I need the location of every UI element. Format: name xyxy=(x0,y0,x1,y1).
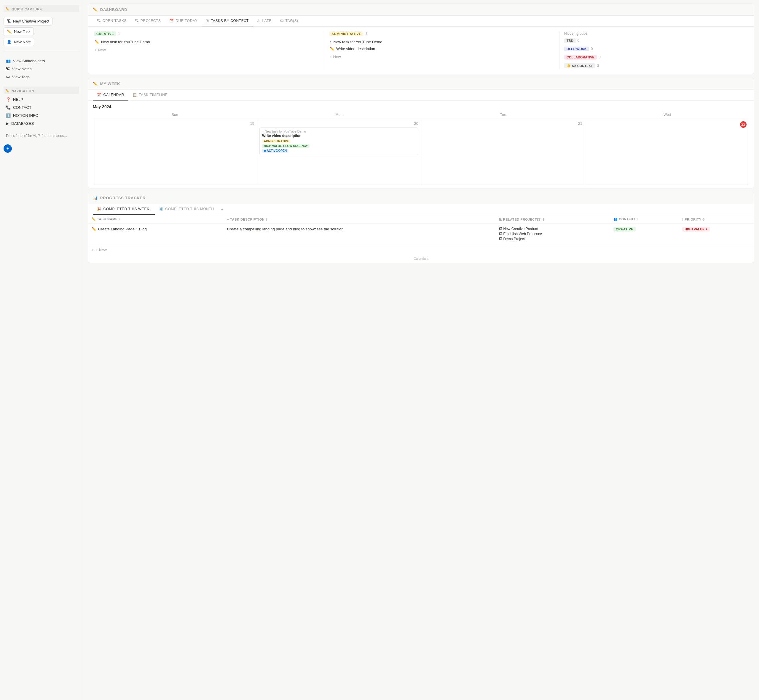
task-timeline-icon: 📋 xyxy=(133,93,137,97)
cal-event-main-title: Write video description xyxy=(262,134,416,138)
add-tab-btn[interactable]: + xyxy=(218,204,226,215)
cal-cell-22: 22 xyxy=(585,119,749,184)
new-creative-project-button[interactable]: 🏗 New Creative Project xyxy=(3,17,53,25)
contact-link[interactable]: 📞 CONTACT xyxy=(3,104,79,111)
dashboard-panel: ✏️ DASHBOARD 🏗 OPEN TASKS 🏗 PROJECTS 📅 D… xyxy=(88,3,754,74)
view-tags-link[interactable]: 🏷 View Tags xyxy=(3,73,79,81)
cal-header-sun: Sun xyxy=(93,112,257,117)
help-link[interactable]: ❓ HELP xyxy=(3,96,79,103)
related-project-0-icon: 🏗 xyxy=(498,227,502,231)
ai-button[interactable]: ✦ xyxy=(3,144,12,153)
priority-info-icon: G xyxy=(702,218,705,221)
calendar-icon: 📅 xyxy=(97,93,102,97)
calendar-body-row: 19 20 ↑ New task for YouTube Demo Write … xyxy=(93,119,749,184)
task-name-header-icon: ✏️ xyxy=(92,217,96,221)
cell-task-name: ✏️ Create Landing Page + Blog xyxy=(88,224,223,245)
creative-col-header: CREATIVE 1 xyxy=(94,31,319,36)
cell-related-projects: 🏗 New Creative Product 🏗 Establish Web P… xyxy=(495,224,610,245)
tasks-by-context-icon: ⊞ xyxy=(206,19,209,23)
view-notes-link[interactable]: 🏗 View Notes xyxy=(3,65,79,73)
cell-context: CREATIVE xyxy=(610,224,679,245)
tbd-badge: TBD xyxy=(564,38,576,43)
th-priority: ! PRIORITY G xyxy=(679,215,754,224)
tab-due-today[interactable]: 📅 DUE TODAY xyxy=(165,16,202,27)
tab-tasks-by-context[interactable]: ⊞ TASKS BY CONTEXT xyxy=(201,16,253,27)
navigation-header: ✏️ NAVIGATION xyxy=(3,87,79,94)
deep-work-count: 0 xyxy=(591,47,593,51)
task-description-info-icon: ℹ xyxy=(265,218,267,221)
table-row[interactable]: ✏️ Create Landing Page + Blog Create a c… xyxy=(88,224,754,245)
command-input[interactable] xyxy=(3,132,79,140)
hidden-group-collaborative: COLLABORATIVE 0 xyxy=(564,54,745,61)
administrative-new-btn[interactable]: + New xyxy=(329,53,554,60)
dashboard-icon: ✏️ xyxy=(93,8,98,12)
notion-info-icon: ℹ️ xyxy=(6,113,11,118)
progress-tracker-icon: 📊 xyxy=(93,196,98,200)
admin-task-0-icon: ↑ xyxy=(330,40,332,44)
related-project-1: 🏗 Establish Web Presence xyxy=(498,232,606,236)
cal-date-19: 19 xyxy=(95,121,255,126)
navigation-section: ✏️ NAVIGATION ❓ HELP 📞 CONTACT ℹ️ NOTION… xyxy=(3,87,79,127)
task-name-icon: ✏️ xyxy=(92,227,96,231)
progress-tracker-tabs: 🎉 COMPLETED THIS WEEK! ⚙️ COMPLETED THIS… xyxy=(88,204,754,215)
tbd-count: 0 xyxy=(578,39,579,43)
progress-table-head: ✏️ TASK NAME ℹ ≡ TASK DESCRIPTION ℹ 🏗 RE… xyxy=(88,215,754,224)
tab-projects[interactable]: 🏗 PROJECTS xyxy=(131,16,165,27)
tab-tags[interactable]: 🏷 TAG(S) xyxy=(276,16,302,27)
tab-late[interactable]: ⚠ LATE xyxy=(253,16,276,27)
cal-event-tags: ADMINISTRATIVE HIGH VALUE + LOW URGENCY … xyxy=(262,139,416,153)
creative-new-btn[interactable]: + New xyxy=(94,47,319,53)
tab-completed-month[interactable]: ⚙️ COMPLETED THIS MONTH xyxy=(155,204,218,215)
no-context-count: 0 xyxy=(597,64,599,68)
related-project-2-icon: 🏗 xyxy=(498,237,502,241)
notion-info-link[interactable]: ℹ️ NOTION INFO xyxy=(3,112,79,119)
tab-task-timeline[interactable]: 📋 TASK TIMELINE xyxy=(128,90,172,100)
administrative-context-col: ADMINISTRATIVE 1 ↑ New task for YouTube … xyxy=(324,31,559,69)
main-content: ✏️ DASHBOARD 🏗 OPEN TASKS 🏗 PROJECTS 📅 D… xyxy=(83,0,759,700)
my-week-header: ✏️ MY WEEK xyxy=(88,78,754,90)
related-projects-header-icon: 🏗 xyxy=(498,218,502,221)
creative-badge: CREATIVE xyxy=(94,31,116,36)
task-icon: ✏️ xyxy=(95,40,99,44)
progress-table-body: ✏️ Create Landing Page + Blog Create a c… xyxy=(88,224,754,245)
calendar-area: May 2024 Sun Mon Tue Wed 19 20 ↑ New tas… xyxy=(88,101,754,188)
tab-open-tasks[interactable]: 🏗 OPEN TASKS xyxy=(93,16,131,27)
no-context-bell-icon: 🔔 xyxy=(567,64,571,67)
new-note-icon: 👤 xyxy=(7,40,12,44)
administrative-badge: ADMINISTRATIVE xyxy=(329,31,364,36)
table-new-button[interactable]: + + New xyxy=(88,245,754,255)
context-grid: CREATIVE 1 ✏️ New task for YouTube Demo … xyxy=(88,27,754,74)
progress-tracker-panel: 📊 PROGRESS TRACKER 🎉 COMPLETED THIS WEEK… xyxy=(88,192,754,263)
administrative-count: 1 xyxy=(365,32,367,36)
new-note-button[interactable]: 👤 New Note xyxy=(3,38,34,46)
completed-week-icon: 🎉 xyxy=(97,207,102,211)
creative-task-0[interactable]: ✏️ New task for YouTube Demo xyxy=(94,39,319,45)
new-task-icon: ✏️ xyxy=(7,29,12,34)
tab-completed-week[interactable]: 🎉 COMPLETED THIS WEEK! xyxy=(93,204,155,215)
view-stakeholders-link[interactable]: 👥 View Stakeholders xyxy=(3,57,79,65)
my-week-panel: ✏️ MY WEEK 📅 CALENDAR 📋 TASK TIMELINE Ma… xyxy=(88,78,754,188)
databases-link[interactable]: ▶ DATABASES xyxy=(3,120,79,127)
task-name-info-icon: ℹ xyxy=(119,218,120,221)
quick-capture-header: ✏️ QUICK CAPTURE xyxy=(3,5,79,12)
cal-cell-20: 20 ↑ New task for YouTube Demo Write vid… xyxy=(257,119,421,184)
cal-tag-active: ACTIVE/OPEN xyxy=(262,149,289,153)
collaborative-count: 0 xyxy=(598,55,601,59)
admin-task-1[interactable]: ✏️ Write video description xyxy=(329,45,554,52)
tags-icon: 🏷 xyxy=(280,19,284,23)
new-task-button[interactable]: ✏️ New Task xyxy=(3,27,34,36)
my-week-icon: ✏️ xyxy=(93,81,98,86)
admin-task-0[interactable]: ↑ New task for YouTube Demo xyxy=(329,39,554,45)
projects-icon: 🏗 xyxy=(135,19,139,23)
quick-capture-buttons: 🏗 New Creative Project ✏️ New Task 👤 New… xyxy=(3,16,79,47)
related-projects-info-icon: ℹ xyxy=(543,218,544,221)
completed-month-icon: ⚙️ xyxy=(159,207,164,211)
no-context-badge: 🔔 No CONTEXT xyxy=(564,63,595,68)
administrative-new-plus-icon: + xyxy=(330,55,332,59)
quick-capture-icon: ✏️ xyxy=(5,7,10,11)
cal-event-small-title: ↑ New task for YouTube Demo xyxy=(262,130,416,133)
hidden-group-tbd: TBD 0 xyxy=(564,38,745,44)
tab-calendar[interactable]: 📅 CALENDAR xyxy=(93,90,128,100)
context-info-icon: ℹ xyxy=(637,218,638,221)
cal-event-write-video[interactable]: ↑ New task for YouTube Demo Write video … xyxy=(259,128,419,155)
